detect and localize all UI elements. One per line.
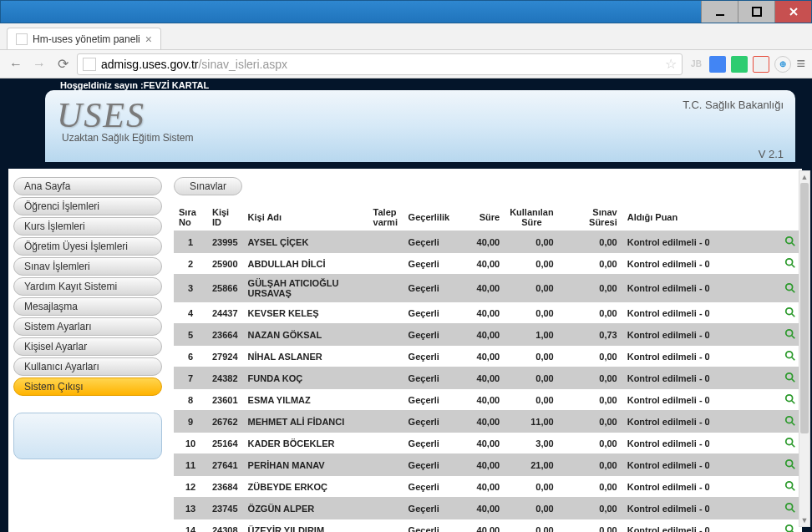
extension-icon[interactable]: ⊕ — [774, 56, 791, 73]
cell-sure: 40,00 — [454, 454, 505, 476]
cell-sinav-suresi: 0,00 — [559, 275, 622, 302]
sidebar-item[interactable]: Ana Sayfa — [13, 177, 162, 195]
cell-sure: 40,00 — [454, 275, 505, 302]
cell-sira: 7 — [174, 367, 207, 389]
sidebar-item[interactable]: Mesajlaşma — [13, 297, 162, 316]
sidebar-item[interactable]: Kişisel Ayarlar — [13, 337, 162, 356]
scroll-up-icon[interactable]: ▲ — [799, 171, 809, 183]
magnifier-icon[interactable] — [784, 436, 797, 449]
forward-button[interactable]: → — [30, 55, 48, 73]
magnifier-icon[interactable] — [784, 523, 797, 532]
browser-tab[interactable]: Hm-uses yönetim paneli × — [7, 28, 161, 49]
col-sure: Süre — [454, 204, 505, 231]
cell-kullanilan: 0,00 — [505, 498, 559, 519]
vertical-scrollbar[interactable]: ▲ ▼ — [799, 170, 810, 527]
cell-kisi-adi: ESMA YILMAZ — [243, 389, 368, 411]
magnifier-icon[interactable] — [784, 281, 797, 295]
window-titlebar — [0, 0, 812, 23]
cell-sira: 4 — [174, 302, 207, 324]
version-label: V 2.1 — [759, 148, 784, 160]
cell-kullanilan: 0,00 — [505, 302, 559, 324]
sidebar-item[interactable]: Öğretim Üyesi İşlemleri — [13, 237, 162, 256]
svg-point-22 — [786, 438, 793, 445]
url-input[interactable]: admisg.uses.gov.tr/sinav_isleri.aspx ☆ — [77, 53, 683, 75]
cell-sure: 40,00 — [454, 253, 505, 275]
extension-icon[interactable] — [753, 56, 769, 73]
sidebar-item[interactable]: Sınav İşlemleri — [13, 257, 162, 276]
sidebar-item[interactable]: Sistem Çıkışı — [13, 377, 162, 396]
svg-line-17 — [792, 379, 795, 383]
cell-kullanilan: 0,00 — [505, 476, 559, 498]
page-body: Hoşgeldiniz sayın :FEVZİ KARTAL USES Uza… — [0, 79, 812, 532]
magnifier-icon[interactable] — [784, 235, 797, 248]
tab-sinavlar[interactable]: Sınavlar — [174, 177, 242, 195]
cell-talep — [368, 275, 403, 302]
magnifier-icon[interactable] — [784, 306, 797, 319]
cell-sira: 8 — [174, 389, 207, 411]
cell-puan: Kontrol edilmeli - 0 — [622, 519, 779, 533]
browser-menu-icon[interactable]: ≡ — [796, 55, 805, 73]
sidebar-item[interactable]: Sistem Ayarları — [13, 317, 162, 336]
org-title: T.C. Sağlık Bakanlığı — [683, 99, 784, 111]
cell-sure: 40,00 — [454, 231, 505, 253]
sidebar-item[interactable]: Yardım Kayıt Sistemi — [13, 277, 162, 296]
svg-point-4 — [786, 237, 793, 244]
cell-kisi-adi: FUNDA KOÇ — [243, 367, 368, 389]
cell-kisi-adi: NAZAN GÖKSAL — [243, 324, 368, 346]
scroll-thumb[interactable] — [800, 183, 809, 433]
magnifier-icon[interactable] — [784, 327, 797, 341]
cell-sure: 40,00 — [454, 411, 505, 433]
cell-puan: Kontrol edilmeli - 0 — [622, 454, 779, 476]
window-minimize-button[interactable] — [701, 1, 738, 23]
cell-kullanilan: 0,00 — [505, 253, 559, 275]
sidebar-item[interactable]: Kurs İşlemleri — [13, 217, 162, 236]
col-puan: Aldığı Puan — [622, 204, 779, 231]
col-sinav-suresi: Sınav Süresi — [559, 204, 622, 231]
magnifier-icon[interactable] — [784, 501, 797, 514]
tab-close-icon[interactable]: × — [145, 33, 152, 46]
window-close-button[interactable] — [774, 1, 811, 23]
magnifier-icon[interactable] — [784, 479, 797, 493]
logo-subtitle: Uzaktan Sağlık Eğitim Sistem — [62, 132, 784, 144]
cell-sure: 40,00 — [454, 519, 505, 533]
main-panel: Sınavlar Sıra No Kişi ID Kişi Adı Talep … — [167, 169, 802, 532]
cell-kullanilan: 1,00 — [505, 324, 559, 346]
svg-point-10 — [786, 308, 793, 315]
cell-gecerlilik: Geçerli — [403, 367, 455, 389]
back-button[interactable]: ← — [7, 55, 25, 73]
extension-icon[interactable]: JB — [688, 56, 704, 73]
magnifier-icon[interactable] — [784, 371, 797, 384]
table-row: 1424308ÜZEYİR YILDIRIMGeçerli40,000,000,… — [174, 519, 802, 533]
cell-gecerlilik: Geçerli — [403, 389, 455, 411]
sidebar-item[interactable]: Öğrenci İşlemleri — [13, 197, 162, 215]
cell-gecerlilik: Geçerli — [403, 324, 455, 346]
bookmark-star-icon[interactable]: ☆ — [665, 56, 677, 72]
cell-kisi-id: 24308 — [207, 519, 243, 533]
cell-kisi-id: 23684 — [207, 476, 243, 498]
svg-point-12 — [786, 330, 793, 337]
svg-line-11 — [792, 314, 795, 317]
extension-icon[interactable] — [709, 56, 726, 73]
cell-kisi-adi: GÜLŞAH ATICIOĞLU URSAVAŞ — [243, 275, 368, 302]
cell-puan: Kontrol edilmeli - 0 — [622, 433, 779, 454]
svg-line-5 — [792, 243, 795, 246]
svg-line-15 — [792, 357, 795, 361]
cell-talep — [368, 454, 403, 476]
magnifier-icon[interactable] — [784, 349, 797, 362]
sidebar-item[interactable]: Kullanıcı Ayarları — [13, 357, 162, 376]
cell-kullanilan: 21,00 — [505, 454, 559, 476]
scroll-down-icon[interactable]: ▼ — [799, 514, 809, 526]
cell-sinav-suresi: 0,00 — [559, 389, 622, 411]
cell-talep — [368, 302, 403, 324]
magnifier-icon[interactable] — [784, 414, 797, 428]
magnifier-icon[interactable] — [784, 256, 797, 270]
col-gecerlilik: Geçerlilik — [403, 204, 455, 231]
reload-button[interactable]: ⟳ — [53, 55, 72, 73]
cell-sinav-suresi: 0,00 — [559, 476, 622, 498]
window-maximize-button[interactable] — [738, 1, 774, 23]
cell-sinav-suresi: 0,00 — [559, 411, 622, 433]
magnifier-icon[interactable] — [784, 458, 797, 471]
cell-gecerlilik: Geçerli — [403, 411, 455, 433]
extension-icon[interactable] — [731, 56, 748, 73]
magnifier-icon[interactable] — [784, 393, 797, 406]
